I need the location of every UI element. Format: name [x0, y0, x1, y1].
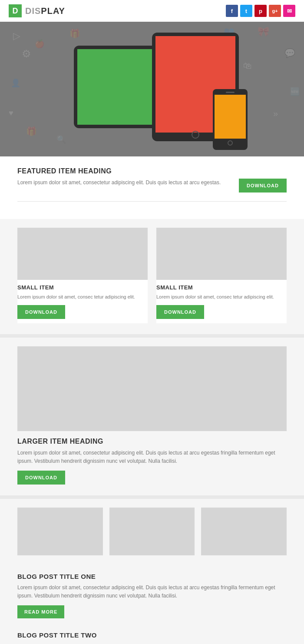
small-item-2-content: SMALL ITEM Lorem ipsum dolor sit amet, c…: [156, 280, 287, 323]
social-icons-group: f t p g+ ✉: [226, 5, 295, 17]
bg-icon-gear: ⚙: [22, 48, 31, 60]
small-item-1-image: [17, 228, 148, 280]
tablet-right-home-button: [192, 131, 199, 139]
bg-icon-person: 👤: [11, 78, 20, 88]
thumb-item-1: [17, 508, 103, 555]
bg-icon-arrow: ▷: [13, 30, 20, 42]
google-plus-icon[interactable]: g+: [269, 5, 281, 17]
bg-icon-shopping: 🛍: [243, 61, 252, 71]
featured-row: Lorem ipsum dolor sit amet, consectetur …: [17, 179, 287, 193]
larger-item-text: Lorem ipsum dolor sit amet, consectetur …: [17, 449, 287, 465]
featured-heading: FEATURED ITEM HEADING: [17, 167, 287, 175]
section-separator-1: [0, 334, 304, 338]
larger-item-section: LARGER ITEM HEADING Lorem ipsum dolor si…: [0, 338, 304, 495]
three-thumbs-section: [0, 499, 304, 560]
larger-item-download-button[interactable]: DOWNLOAD: [17, 471, 65, 485]
hero-banner: ▷ 🍎 🎁 ♥ 🎁 🔍 🎀 💬 🆕 ⚙ 🛍 » 👤 👥: [0, 22, 304, 156]
hero-background: ▷ 🍎 🎁 ♥ 🎁 🔍 🎀 💬 🆕 ⚙ 🛍 » 👤 👥: [0, 22, 304, 156]
logo-icon: D: [9, 4, 22, 17]
logo-dis: DIS: [25, 6, 41, 16]
main-content: FEATURED ITEM HEADING Lorem ipsum dolor …: [0, 156, 304, 644]
featured-text: Lorem ipsum dolor sit amet, consectetur …: [17, 179, 230, 187]
featured-download-button[interactable]: DOWNLOAD: [239, 179, 287, 193]
blog-post-1-text: Lorem ipsum dolor sit amet, consectetur …: [17, 584, 287, 600]
logo-play: PLAY: [41, 6, 65, 16]
thumb-item-2: [109, 508, 195, 555]
logo-area: D DISPLAY: [9, 4, 65, 17]
small-item-2: SMALL ITEM Lorem ipsum dolor sit amet, c…: [156, 228, 287, 323]
small-items-section: SMALL ITEM Lorem ipsum dolor sit amet, c…: [0, 219, 304, 334]
section-separator-2: [0, 495, 304, 499]
small-item-1-text: Lorem ipsum dolor sit amet, consec tetur…: [17, 293, 148, 301]
bg-icon-new: 🆕: [290, 87, 300, 96]
three-thumbs-grid: [17, 508, 287, 555]
thumb-item-3: [201, 508, 287, 555]
bg-icon-apple: 🍎: [35, 39, 44, 49]
divider: [17, 201, 287, 202]
bg-icon-arrows: »: [273, 109, 278, 119]
blog-post-2-text: Lorem ipsum dolor sit amet, consectetur …: [17, 642, 287, 644]
small-item-1-heading: SMALL ITEM: [17, 284, 148, 291]
devices-container: [61, 28, 243, 150]
small-item-2-heading: SMALL ITEM: [156, 284, 287, 291]
featured-section: FEATURED ITEM HEADING Lorem ipsum dolor …: [0, 156, 304, 219]
small-item-2-image: [156, 228, 287, 280]
small-item-1: SMALL ITEM Lorem ipsum dolor sit amet, c…: [17, 228, 148, 323]
blog-post-2: BLOG POST TITLE TWO Lorem ipsum dolor si…: [17, 625, 287, 644]
small-item-1-download-button[interactable]: DOWNLOAD: [17, 305, 65, 319]
phone-screen: [215, 95, 246, 139]
small-item-1-content: SMALL ITEM Lorem ipsum dolor sit amet, c…: [17, 280, 148, 323]
small-items-grid: SMALL ITEM Lorem ipsum dolor sit amet, c…: [17, 228, 287, 323]
bg-icon-bubble: 💬: [284, 48, 295, 58]
bg-icon-gift3: 🎀: [258, 26, 269, 37]
phone-home-button: [228, 140, 233, 146]
bg-icon-heart: ♥: [9, 109, 13, 118]
blog-post-1: BLOG POST TITLE ONE Lorem ipsum dolor si…: [17, 566, 287, 625]
small-item-2-text: Lorem ipsum dolor sit amet, consec tetur…: [156, 293, 287, 301]
twitter-icon[interactable]: t: [240, 5, 252, 17]
phone-device: [213, 89, 248, 150]
larger-item-heading: LARGER ITEM HEADING: [17, 438, 287, 445]
phone-speaker: [226, 92, 235, 93]
blog-post-2-heading: BLOG POST TITLE TWO: [17, 631, 287, 639]
blog-post-1-read-more-button[interactable]: READ MORE: [17, 605, 64, 618]
logo-text: DISPLAY: [25, 6, 65, 16]
facebook-icon[interactable]: f: [226, 5, 238, 17]
page-header: D DISPLAY f t p g+ ✉: [0, 0, 304, 22]
blog-post-1-heading: BLOG POST TITLE ONE: [17, 573, 287, 580]
email-icon[interactable]: ✉: [283, 5, 295, 17]
bg-icon-gift2: 🎁: [26, 126, 37, 136]
larger-item-image: [17, 346, 287, 431]
blog-section: BLOG POST TITLE ONE Lorem ipsum dolor si…: [0, 560, 304, 644]
pinterest-icon[interactable]: p: [254, 5, 267, 17]
small-item-2-download-button[interactable]: DOWNLOAD: [156, 305, 204, 319]
